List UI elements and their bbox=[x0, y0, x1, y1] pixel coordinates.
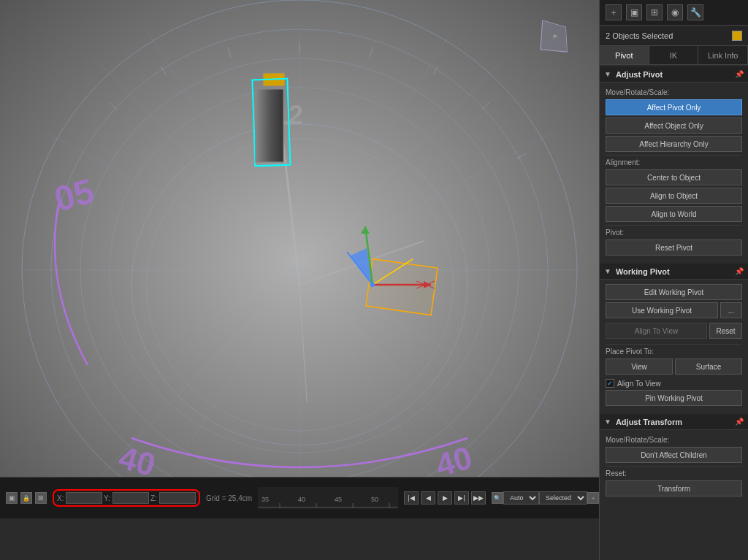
objects-selected-label: 2 Objects Selected bbox=[606, 31, 728, 40]
affect-pivot-only-button[interactable]: Affect Pivot Only bbox=[606, 99, 742, 115]
play-button[interactable]: ▶ bbox=[438, 491, 452, 505]
pivot-label: Pivot: bbox=[606, 229, 742, 237]
reset-label: Reset: bbox=[606, 469, 742, 477]
view-surface-row: View Surface bbox=[606, 358, 742, 377]
right-panel: ＋ ▣ ⊞ ◉ 🔧 2 Objects Selected Pivot IK Li… bbox=[599, 0, 748, 560]
tab-ik[interactable]: IK bbox=[649, 46, 699, 64]
align-to-object-button[interactable]: Align to Object bbox=[606, 188, 742, 204]
adjust-transform-title: Adjust Transform bbox=[616, 418, 735, 426]
working-pivot-header[interactable]: ▼ Working Pivot 📌 bbox=[600, 264, 748, 280]
object-selection-bar: 2 Objects Selected bbox=[600, 26, 748, 46]
svg-rect-25 bbox=[366, 259, 438, 315]
align-to-world-button[interactable]: Align to World bbox=[606, 206, 742, 222]
grid-info: Grid = 25,4cm bbox=[200, 494, 258, 502]
alignment-label: Alignment: bbox=[606, 158, 742, 166]
y-label: Y: bbox=[104, 494, 111, 502]
svg-text:40: 40 bbox=[298, 496, 305, 503]
pin-working-pivot-button[interactable]: Pin Working Pivot bbox=[606, 390, 742, 406]
z-label: Z: bbox=[150, 494, 158, 502]
timeline-left-controls: ▣ 🔒 ⊠ bbox=[0, 492, 53, 504]
adjust-transform-body: Move/Rotate/Scale: Don't Affect Children… bbox=[600, 430, 748, 503]
view-button[interactable]: View bbox=[606, 358, 673, 375]
auto-dropdown[interactable]: Auto bbox=[503, 491, 539, 505]
reset-pivot-button[interactable]: Reset Pivot bbox=[606, 239, 742, 256]
timeline: ▣ 🔒 ⊠ X: Y: Z: Grid = 25,4cm 35 40 45 50 bbox=[0, 477, 599, 518]
dots-button[interactable]: ... bbox=[720, 302, 742, 318]
navigation-cube[interactable]: P bbox=[541, 22, 577, 58]
add-keyframe-button[interactable]: + bbox=[587, 492, 599, 504]
x-input[interactable] bbox=[66, 492, 102, 504]
frame-icon[interactable]: ▣ bbox=[6, 492, 18, 504]
adjust-transform-arrow-icon: ▼ bbox=[604, 418, 611, 426]
next-frame-button[interactable]: ▶| bbox=[454, 491, 469, 505]
coord-highlight: X: Y: Z: bbox=[53, 489, 200, 507]
edit-working-pivot-button[interactable]: Edit Working Pivot bbox=[606, 284, 742, 300]
svg-line-20 bbox=[299, 285, 307, 402]
surface-button[interactable]: Surface bbox=[675, 358, 742, 375]
svg-line-43 bbox=[110, 102, 117, 110]
wrench-icon[interactable]: 🔧 bbox=[687, 4, 703, 20]
svg-line-37 bbox=[370, 47, 373, 58]
adjust-transform-header[interactable]: ▼ Adjust Transform 📌 bbox=[600, 414, 748, 430]
jump-start-button[interactable]: |◀ bbox=[404, 491, 419, 505]
place-pivot-to-label: Place Pivot To: bbox=[606, 348, 742, 356]
select-icon[interactable]: ▣ bbox=[626, 4, 642, 20]
transform-button[interactable]: Transform bbox=[606, 480, 742, 496]
affect-hierarchy-only-button[interactable]: Affect Hierarchy Only bbox=[606, 136, 742, 152]
adjust-transform-mrs-label: Move/Rotate/Scale: bbox=[606, 436, 742, 444]
jump-end-button[interactable]: ▶▶ bbox=[471, 491, 486, 505]
nav-cube-face: P bbox=[540, 20, 568, 52]
align-to-view-check-row: Align To View bbox=[606, 379, 742, 388]
center-to-object-button[interactable]: Center to Object bbox=[606, 169, 742, 185]
align-to-view-row: Align To View Reset bbox=[606, 323, 742, 341]
viewport-canvas: 05 40 40 12 bbox=[0, 0, 599, 518]
working-pivot-pin-icon[interactable]: 📌 bbox=[735, 267, 744, 275]
reset-button[interactable]: Reset bbox=[709, 323, 742, 339]
align-to-view-button[interactable]: Align To View bbox=[606, 323, 707, 339]
top-toolbar: ＋ ▣ ⊞ ◉ 🔧 bbox=[600, 0, 748, 26]
tab-pivot[interactable]: Pivot bbox=[600, 46, 649, 64]
working-pivot-body: Edit Working Pivot Use Working Pivot ...… bbox=[600, 280, 748, 413]
pin-icon[interactable]: 📌 bbox=[735, 70, 744, 78]
prev-frame-button[interactable]: ◀ bbox=[421, 491, 435, 505]
z-input[interactable] bbox=[159, 492, 196, 504]
working-pivot-title: Working Pivot bbox=[616, 267, 735, 276]
search-anim-icon[interactable]: 🔍 bbox=[492, 492, 503, 504]
use-working-pivot-button[interactable]: Use Working Pivot bbox=[606, 302, 718, 318]
svg-text:50: 50 bbox=[371, 496, 378, 503]
y-input[interactable] bbox=[112, 492, 149, 504]
svg-marker-29 bbox=[361, 226, 370, 234]
svg-rect-24 bbox=[256, 89, 283, 162]
move-rotate-scale-label: Move/Rotate/Scale: bbox=[606, 88, 742, 96]
timeline-ruler[interactable]: 35 40 45 50 55 60 65 70 75 80 bbox=[258, 487, 398, 509]
snap-icon[interactable]: ⊠ bbox=[35, 492, 47, 504]
adjust-pivot-body: Move/Rotate/Scale: Affect Pivot Only Aff… bbox=[600, 83, 748, 262]
section-arrow-icon: ▼ bbox=[604, 70, 611, 78]
adjust-transform-pin-icon[interactable]: 📌 bbox=[735, 418, 744, 426]
color-swatch[interactable] bbox=[732, 31, 742, 41]
adjust-pivot-header[interactable]: ▼ Adjust Pivot 📌 bbox=[600, 66, 748, 83]
grid-icon[interactable]: ⊞ bbox=[646, 4, 663, 20]
circle-icon[interactable]: ◉ bbox=[667, 4, 683, 20]
x-label: X: bbox=[57, 494, 64, 502]
svg-line-39 bbox=[482, 102, 489, 110]
selected-dropdown[interactable]: Selected bbox=[539, 491, 587, 505]
affect-object-only-button[interactable]: Affect Object Only bbox=[606, 118, 742, 134]
working-pivot-arrow-icon: ▼ bbox=[604, 267, 611, 275]
use-working-pivot-row: Use Working Pivot ... bbox=[606, 302, 742, 321]
svg-text:45: 45 bbox=[335, 496, 342, 503]
adjust-pivot-title: Adjust Pivot bbox=[616, 70, 735, 79]
svg-point-33 bbox=[370, 283, 375, 287]
tab-link-info[interactable]: Link Info bbox=[698, 46, 748, 64]
ruler-svg: 35 40 45 50 55 60 65 70 75 80 bbox=[258, 487, 398, 509]
dont-affect-children-button[interactable]: Don't Affect Children bbox=[606, 447, 742, 463]
playback-controls: |◀ ◀ ▶ ▶| ▶▶ bbox=[398, 491, 492, 505]
viewport[interactable]: 05 40 40 12 bbox=[0, 0, 599, 518]
align-to-view-checkbox[interactable] bbox=[606, 379, 614, 388]
tab-bar: Pivot IK Link Info bbox=[600, 46, 748, 65]
plus-icon[interactable]: ＋ bbox=[606, 4, 622, 20]
wireframe-svg: 05 40 40 12 bbox=[0, 0, 599, 518]
svg-text:35: 35 bbox=[262, 496, 269, 503]
align-to-view-check-label: Align To View bbox=[617, 380, 661, 388]
lock-icon[interactable]: 🔒 bbox=[20, 492, 32, 504]
